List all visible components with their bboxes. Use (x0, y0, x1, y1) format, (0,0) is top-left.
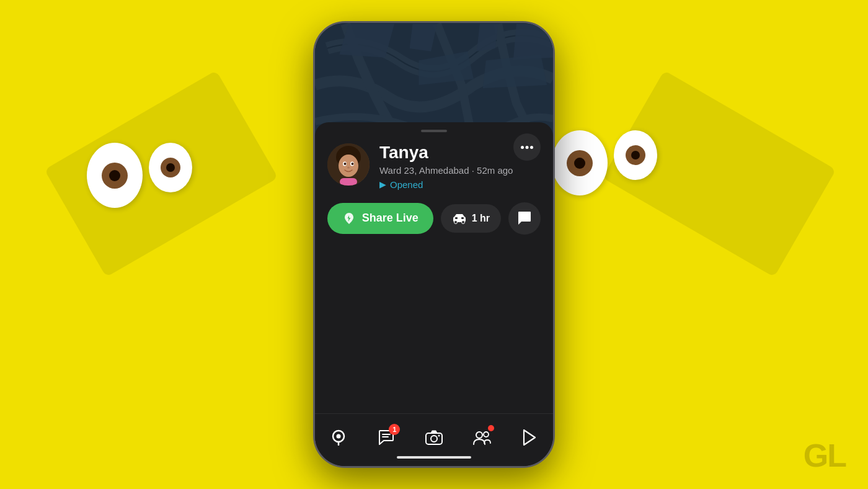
nav-item-location[interactable] (322, 424, 355, 451)
home-indicator (397, 456, 471, 459)
gl-logo: GL (804, 437, 846, 474)
drive-time-button[interactable]: 1 hr (441, 204, 501, 233)
svg-point-33 (476, 432, 482, 438)
pupil-left-2 (161, 158, 180, 177)
share-live-button[interactable]: Share Live (327, 203, 433, 234)
eyes-left (87, 143, 192, 208)
phone-wrapper: Tanya Ward 23, Ahmedabad · 52m ago ▶ Ope… (313, 21, 555, 468)
eyes-right (552, 130, 657, 195)
more-button[interactable] (513, 133, 541, 161)
svg-point-31 (431, 436, 437, 442)
share-live-label: Share Live (362, 212, 418, 225)
svg-point-26 (337, 434, 341, 439)
nav-item-friends[interactable] (466, 424, 498, 451)
chat-icon (516, 210, 533, 227)
nav-items-row: 1 (315, 424, 553, 451)
svg-point-16 (352, 163, 354, 165)
svg-marker-4 (513, 24, 553, 60)
svg-rect-23 (455, 217, 458, 219)
chat-button[interactable] (508, 202, 541, 235)
nav-item-stories[interactable] (513, 424, 546, 451)
svg-point-34 (484, 432, 489, 437)
svg-point-9 (530, 146, 533, 149)
eye-right-2 (614, 130, 657, 180)
eye-left-1 (87, 143, 143, 208)
drag-handle (421, 130, 447, 132)
status-arrow-icon: ▶ (379, 179, 386, 189)
friends-icon (472, 429, 491, 446)
pupil-right-1 (567, 150, 593, 176)
car-icon (452, 213, 467, 224)
profile-section: Tanya Ward 23, Ahmedabad · 52m ago ▶ Ope… (327, 143, 541, 190)
svg-point-7 (521, 146, 524, 149)
svg-rect-30 (426, 433, 442, 444)
nav-item-camera[interactable] (418, 424, 450, 451)
more-dots-icon (521, 146, 533, 149)
svg-rect-18 (340, 178, 357, 186)
location-bolt-icon (342, 212, 356, 225)
avatar (327, 143, 370, 186)
svg-point-17 (347, 167, 350, 169)
svg-marker-1 (339, 24, 394, 58)
bottom-sheet: Tanya Ward 23, Ahmedabad · 52m ago ▶ Ope… (315, 122, 553, 466)
svg-rect-24 (461, 217, 464, 219)
profile-location: Ward 23, Ahmedabad · 52m ago (379, 165, 541, 176)
phone-frame: Tanya Ward 23, Ahmedabad · 52m ago ▶ Ope… (313, 21, 555, 468)
status-text: Opened (390, 179, 423, 190)
location-pin-icon (330, 429, 347, 446)
play-icon (522, 429, 537, 446)
eye-left-2 (149, 143, 192, 192)
bottom-nav: 1 (315, 413, 553, 466)
profile-status: ▶ Opened (379, 179, 541, 190)
friends-badge-dot (488, 425, 494, 431)
eye-right-1 (552, 130, 608, 195)
camera-icon (425, 429, 443, 446)
svg-point-22 (461, 220, 464, 223)
svg-marker-35 (524, 430, 535, 445)
chat-badge: 1 (389, 424, 400, 435)
share-live-icon (342, 212, 356, 225)
nav-item-chat[interactable]: 1 (370, 424, 402, 451)
avatar-image (327, 143, 370, 186)
action-buttons-row: Share Live 1 hr (327, 202, 541, 235)
pupil-right-2 (626, 145, 645, 165)
svg-point-32 (438, 435, 440, 437)
svg-point-21 (454, 220, 457, 223)
svg-point-8 (526, 146, 529, 149)
pupil-left-1 (102, 163, 128, 189)
drive-time-label: 1 hr (472, 213, 490, 224)
svg-point-15 (344, 163, 347, 165)
svg-marker-3 (477, 24, 498, 52)
svg-point-12 (339, 155, 358, 177)
